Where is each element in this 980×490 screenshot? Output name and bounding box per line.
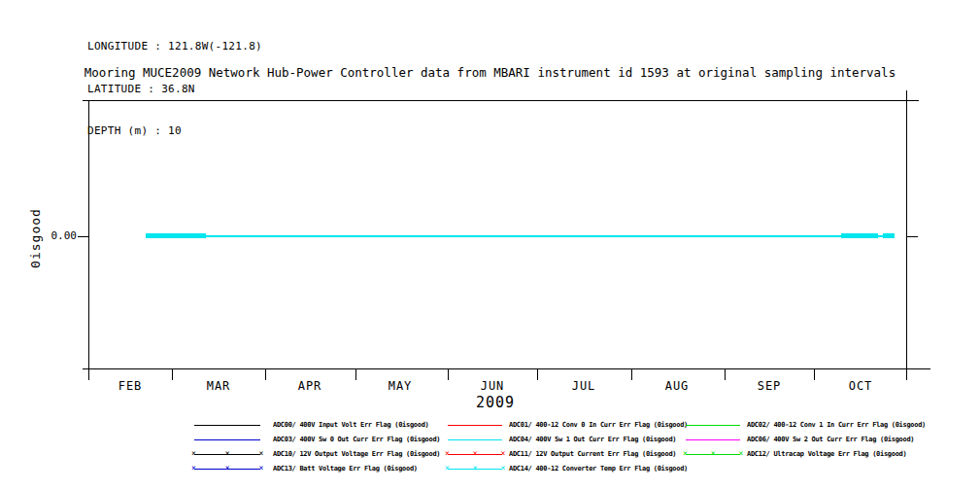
legend-line-sample (448, 425, 502, 426)
x-marker-icon (473, 449, 478, 458)
legend-line-sample (194, 454, 260, 455)
x-marker-icon (225, 449, 230, 458)
legend-line-sample (194, 469, 260, 470)
legend-label: ADC03/ 400V Sw 0 Out Curr Err Flag (0isg… (273, 436, 440, 443)
legend-label: ADC02/ 400-12 Conv 1 In Curr Err Flag (0… (747, 421, 926, 429)
legend-label: ADC04/ 400V Sw 1 Out Curr Err Flag (0isg… (509, 436, 676, 443)
legend: ADC00/ 400V Input Volt Err Flag (0isgood… (0, 0, 980, 490)
legend-line-sample (448, 454, 502, 455)
legend-line-sample (448, 439, 502, 440)
legend-label: ADC14/ 400-12 Converter Temp Err Flag (0… (509, 465, 688, 472)
legend-line-sample (686, 454, 740, 455)
legend-label: ADC12/ Ultracap Voltage Err Flag (0isgoo… (747, 450, 906, 458)
plot-page: LONGITUDE : 121.8W(-121.8) LATITUDE : 36… (0, 0, 980, 490)
legend-line-sample (194, 425, 260, 426)
legend-label: ADC06/ 400V Sw 2 Out Curr Err Flag (0isg… (747, 436, 914, 443)
x-marker-icon (225, 464, 230, 472)
legend-line-sample (194, 439, 260, 440)
legend-line-sample (686, 439, 740, 440)
legend-label: ADC13/ Batt Voltage Err Flag (0isgood) (273, 465, 418, 472)
legend-label: ADC01/ 400-12 Conv 0 In Curr Err Flag (0… (509, 421, 688, 429)
x-marker-icon (711, 449, 716, 458)
legend-line-sample (686, 425, 740, 426)
legend-line-sample (448, 469, 502, 470)
x-marker-icon (473, 464, 478, 472)
legend-label: ADC00/ 400V Input Volt Err Flag (0isgood… (273, 421, 429, 429)
legend-label: ADC10/ 12V Output Voltage Err Flag (0isg… (273, 450, 440, 458)
legend-label: ADC11/ 12V Output Current Err Flag (0isg… (509, 450, 676, 458)
